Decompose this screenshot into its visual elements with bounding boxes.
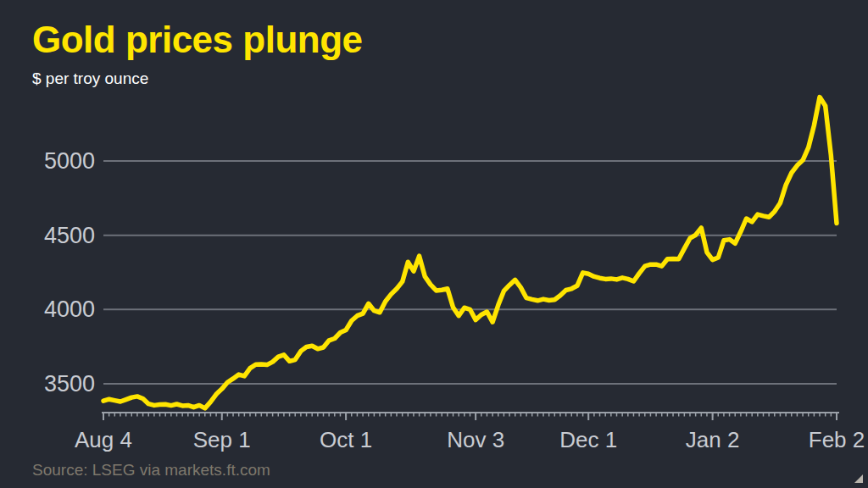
x-tick-label-Sep 1: Sep 1 bbox=[193, 427, 251, 452]
chart-unit-label: $ per troy ounce bbox=[32, 69, 148, 88]
x-tick-label-Feb 2: Feb 2 bbox=[809, 427, 865, 452]
x-tick-label-Dec 1: Dec 1 bbox=[559, 427, 617, 452]
resize-handle-icon[interactable] bbox=[854, 474, 863, 483]
x-tick-label-Oct 1: Oct 1 bbox=[320, 427, 372, 452]
x-tick-label-Aug 4: Aug 4 bbox=[75, 427, 132, 452]
y-tick-label-4500: 4500 bbox=[44, 223, 95, 248]
y-tick-label-4000: 4000 bbox=[44, 297, 95, 322]
y-tick-label-3500: 3500 bbox=[44, 371, 95, 396]
x-tick-label-Jan 2: Jan 2 bbox=[686, 427, 740, 452]
y-tick-label-5000: 5000 bbox=[44, 148, 95, 174]
x-tick-label-Nov 3: Nov 3 bbox=[447, 427, 504, 452]
chart-title: Gold prices plunge bbox=[32, 19, 363, 61]
chart-canvas: 3500400045005000Aug 4Sep 1Oct 1Nov 3Dec … bbox=[0, 0, 868, 488]
source-attribution: Source: LSEG via markets.ft.com bbox=[32, 461, 270, 480]
price-line bbox=[103, 97, 837, 408]
